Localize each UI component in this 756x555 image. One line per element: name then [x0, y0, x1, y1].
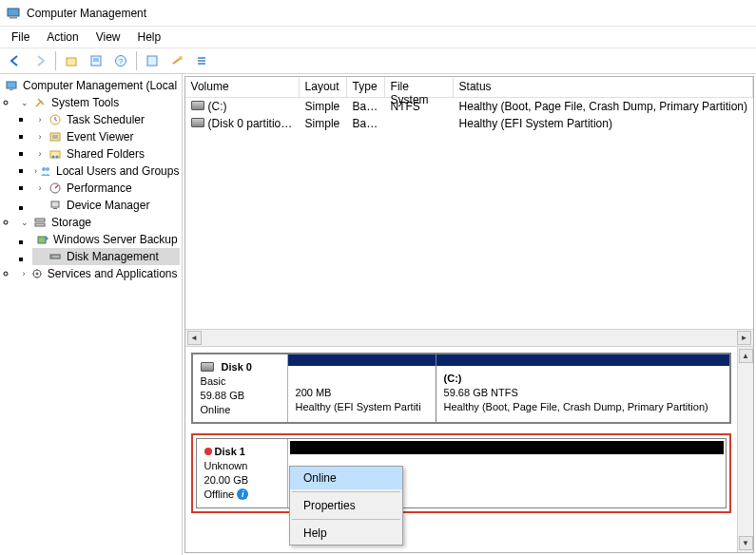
disk1-block[interactable]: Disk 1 Unknown 20.00 GB Offlinei: [196, 438, 727, 507]
menu-help[interactable]: Help: [130, 29, 169, 46]
folder-share-icon: [48, 146, 63, 162]
up-button[interactable]: [60, 49, 83, 72]
tree-task-scheduler[interactable]: ›Task Scheduler: [32, 111, 180, 128]
tree-storage[interactable]: ⌄ Storage: [17, 214, 180, 231]
back-button[interactable]: [4, 49, 27, 72]
svg-rect-20: [50, 151, 60, 158]
tree-services-apps[interactable]: › Services and Applications: [17, 265, 180, 282]
tree-root-label: Computer Management (Local: [23, 79, 177, 92]
event-icon: [48, 129, 63, 144]
part2-size: 59.68 GB NTFS: [444, 386, 722, 400]
volume-header-row: Volume Layout Type File System Status: [185, 77, 753, 98]
settings-button[interactable]: [165, 49, 188, 72]
tree-label: Performance: [67, 182, 132, 195]
col-header-filesystem[interactable]: File System: [385, 77, 454, 97]
tree-disk-management[interactable]: Disk Management: [32, 248, 180, 265]
expander-expand-icon[interactable]: ›: [19, 268, 29, 279]
menu-file[interactable]: File: [4, 29, 37, 46]
volume-layout: Simple: [300, 117, 347, 130]
services-icon: [30, 266, 44, 281]
tree-system-tools[interactable]: ⌄ System Tools: [17, 94, 180, 111]
volume-name: (Disk 0 partition 1): [208, 117, 300, 130]
right-pane: Volume Layout Type File System Status (C…: [184, 76, 754, 553]
svg-rect-15: [10, 89, 13, 90]
refresh-button[interactable]: [141, 49, 164, 72]
menu-action[interactable]: Action: [39, 29, 86, 46]
col-header-type[interactable]: Type: [347, 77, 385, 97]
svg-rect-30: [38, 237, 46, 243]
disk1-info: Disk 1 Unknown 20.00 GB Offlinei: [197, 439, 288, 507]
toolbar-separator: [55, 51, 56, 70]
scroll-right-icon[interactable]: ►: [737, 331, 751, 345]
volume-list: Volume Layout Type File System Status (C…: [185, 77, 753, 347]
expander-expand-icon[interactable]: ›: [34, 165, 37, 177]
tree-event-viewer[interactable]: ›Event Viewer: [32, 128, 180, 145]
context-menu-online[interactable]: Online: [290, 467, 402, 489]
expander-expand-icon[interactable]: ›: [34, 131, 46, 143]
svg-rect-0: [8, 9, 19, 16]
partition-stripe: [288, 354, 436, 366]
unallocated-stripe: [290, 441, 724, 454]
tree-performance[interactable]: ›Performance: [32, 180, 180, 197]
partition-stripe: [436, 354, 729, 366]
disk0-part2[interactable]: (C:) 59.68 GB NTFS Healthy (Boot, Page F…: [436, 354, 729, 422]
volume-rows: (C:) Simple Basic NTFS Healthy (Boot, Pa…: [185, 98, 753, 329]
disk0-name: Disk 0: [222, 360, 252, 374]
volume-fs: NTFS: [385, 100, 454, 113]
vertical-scrollbar[interactable]: ▲ ▼: [737, 347, 753, 552]
menu-view[interactable]: View: [88, 29, 128, 46]
forward-button[interactable]: [29, 49, 51, 72]
svg-point-34: [35, 273, 38, 276]
part2-status: Healthy (Boot, Page File, Crash Dump, Pr…: [444, 400, 722, 414]
horizontal-scrollbar[interactable]: ◄ ►: [185, 329, 753, 346]
tree-server-backup[interactable]: Windows Server Backup: [32, 231, 180, 248]
col-header-layout[interactable]: Layout: [300, 77, 347, 97]
context-menu-separator: [292, 519, 400, 520]
drive-icon: [191, 118, 204, 127]
tree-label: Windows Server Backup: [53, 233, 178, 246]
list-button[interactable]: [190, 49, 213, 72]
svg-point-23: [42, 167, 46, 171]
col-header-status[interactable]: Status: [454, 77, 753, 97]
properties-button[interactable]: [85, 49, 107, 72]
tree-device-manager[interactable]: Device Manager: [32, 197, 180, 214]
expander-expand-icon[interactable]: ›: [34, 114, 46, 125]
tree-label: Shared Folders: [67, 147, 145, 161]
volume-row[interactable]: (Disk 0 partition 1) Simple Basic Health…: [185, 115, 753, 132]
tree-shared-folders[interactable]: ›Shared Folders: [32, 145, 180, 163]
info-icon[interactable]: i: [237, 488, 248, 500]
scroll-up-icon[interactable]: ▲: [739, 349, 753, 363]
expander-expand-icon[interactable]: ›: [34, 182, 46, 194]
scroll-down-icon[interactable]: ▼: [739, 536, 753, 550]
svg-point-32: [51, 256, 53, 258]
drive-icon: [191, 101, 204, 110]
disk0-part1[interactable]: 200 MB Healthy (EFI System Partiti: [288, 354, 436, 422]
expander-expand-icon[interactable]: ›: [34, 148, 46, 160]
context-menu-help[interactable]: Help: [290, 522, 402, 545]
expander-collapse-icon[interactable]: ⌄: [19, 97, 30, 108]
svg-point-24: [46, 167, 49, 171]
scroll-left-icon[interactable]: ◄: [187, 331, 202, 345]
svg-rect-2: [11, 16, 15, 18]
disk0-size: 59.88 GB: [201, 389, 280, 403]
window-title: Computer Management: [27, 7, 146, 20]
tree-label: Device Manager: [67, 199, 149, 212]
svg-rect-3: [67, 58, 76, 66]
expander-collapse-icon[interactable]: ⌄: [19, 217, 30, 228]
tree-local-users[interactable]: ›Local Users and Groups: [32, 163, 180, 180]
svg-point-10: [179, 56, 183, 60]
svg-point-22: [56, 156, 59, 159]
tree-label: Local Users and Groups: [56, 164, 179, 178]
volume-status: Healthy (EFI System Partition): [454, 117, 753, 130]
col-header-volume[interactable]: Volume: [185, 77, 300, 97]
tree-root[interactable]: Computer Management (Local: [2, 77, 180, 94]
toolbar-separator: [136, 51, 137, 70]
volume-row[interactable]: (C:) Simple Basic NTFS Healthy (Boot, Pa…: [185, 98, 753, 115]
volume-status: Healthy (Boot, Page File, Crash Dump, Pr…: [454, 100, 753, 113]
disk1-type: Unknown: [204, 459, 280, 473]
context-menu-properties[interactable]: Properties: [290, 494, 402, 517]
help-button[interactable]: ?: [109, 49, 132, 72]
tree-label: Task Scheduler: [67, 113, 145, 126]
disk0-block[interactable]: Disk 0 Basic 59.88 GB Online 200 MB Heal…: [191, 353, 731, 424]
disk1-name: Disk 1: [215, 446, 245, 457]
